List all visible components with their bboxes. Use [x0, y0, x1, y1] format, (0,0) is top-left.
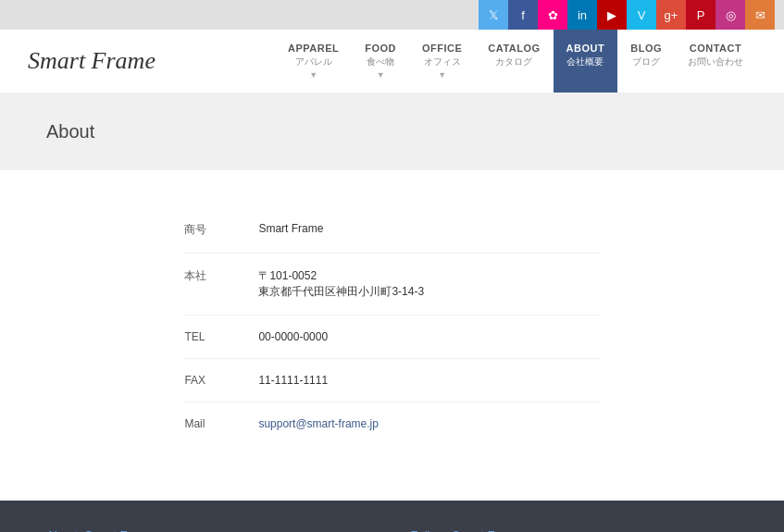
nav-item-food[interactable]: FOOD食べ物▼ [352, 30, 409, 93]
info-row-2: TEL00-0000-0000 [184, 315, 599, 359]
nav-label-contact: CONTACT [690, 43, 741, 54]
nav-caret-office: ▼ [438, 70, 446, 80]
nav-caret-apparel: ▼ [309, 70, 317, 80]
info-row-3: FAX11-1111-1111 [184, 359, 599, 402]
instagram-social-icon[interactable]: ◎ [716, 0, 745, 30]
info-value-4: support@smart-frame.jp [258, 417, 379, 430]
googleplus-social-icon[interactable]: g+ [656, 0, 686, 30]
info-label-4: Mail [184, 417, 258, 430]
facebook-social-icon[interactable]: f [508, 0, 538, 30]
nav-sub-about: 会社概要 [566, 56, 604, 68]
nav-sub-apparel: アパレル [295, 56, 332, 68]
info-row-1: 本社〒101-0052東京都千代田区神田小川町3-14-3 [184, 254, 599, 315]
nav-sub-food: 食べ物 [367, 56, 394, 68]
footer-left: About Smart Frame 📍 〒101-0052 東京都千代田区神田小… [46, 528, 374, 532]
footer-about-brand[interactable]: Smart Frame [84, 528, 155, 532]
pinterest-social-icon[interactable]: P [686, 0, 716, 30]
main-content: 商号Smart Frame本社〒101-0052東京都千代田区神田小川町3-14… [0, 170, 784, 501]
flickr-social-icon[interactable]: ✿ [538, 0, 567, 30]
info-row-4: Mailsupport@smart-frame.jp [184, 402, 599, 445]
footer-top: About Smart Frame 📍 〒101-0052 東京都千代田区神田小… [46, 528, 738, 532]
nav-item-contact[interactable]: CONTACTお問い合わせ [675, 30, 756, 93]
info-value-1: 〒101-0052東京都千代田区神田小川町3-14-3 [258, 268, 424, 300]
vimeo-social-icon[interactable]: V [627, 0, 656, 30]
twitter-social-icon[interactable]: 𝕏 [479, 0, 508, 30]
nav-sub-blog: ブログ [632, 56, 660, 68]
footer-about-label: About [46, 528, 78, 532]
nav-label-food: FOOD [365, 43, 396, 54]
footer-follow-title: Follow Smart Frame [411, 528, 739, 532]
info-label-3: FAX [184, 374, 258, 387]
footer-about-title: About Smart Frame [46, 528, 374, 532]
info-row-0: 商号Smart Frame [184, 207, 599, 254]
youtube-social-icon[interactable]: ▶ [597, 0, 627, 30]
nav-label-apparel: APPAREL [288, 43, 339, 54]
header: Smart Frame APPARELアパレル▼FOOD食べ物▼OFFICEオフ… [0, 30, 784, 93]
footer-follow-brand[interactable]: Smart Frame [452, 528, 522, 532]
nav-sub-catalog: カタログ [495, 56, 532, 68]
info-value-2: 00-0000-0000 [258, 330, 328, 343]
nav-caret-food: ▼ [377, 70, 385, 80]
nav-sub-office: オフィス [424, 56, 461, 68]
nav-label-about: ABOUT [566, 43, 605, 54]
footer: About Smart Frame 📍 〒101-0052 東京都千代田区神田小… [0, 501, 784, 532]
footer-follow-label: Follow [411, 528, 446, 532]
company-info-table: 商号Smart Frame本社〒101-0052東京都千代田区神田小川町3-14… [184, 207, 599, 445]
nav-item-about[interactable]: ABOUT会社概要 [554, 30, 618, 93]
info-label-1: 本社 [184, 268, 258, 300]
nav-item-blog[interactable]: BLOGブログ [617, 30, 675, 93]
linkedin-social-icon[interactable]: in [567, 0, 597, 30]
nav-item-office[interactable]: OFFICEオフィス▼ [409, 30, 475, 93]
social-bar: 𝕏f✿in▶Vg+P◎✉ [0, 0, 784, 30]
nav: APPARELアパレル▼FOOD食べ物▼OFFICEオフィス▼CATALOGカタ… [231, 30, 756, 93]
info-value-0: Smart Frame [258, 222, 323, 238]
nav-label-catalog: CATALOG [488, 43, 540, 54]
nav-item-catalog[interactable]: CATALOGカタログ [475, 30, 553, 93]
nav-sub-contact: お問い合わせ [688, 56, 743, 68]
about-breadcrumb: About [0, 93, 784, 170]
nav-item-apparel[interactable]: APPARELアパレル▼ [275, 30, 352, 93]
email-social-icon[interactable]: ✉ [745, 0, 775, 30]
nav-label-blog: BLOG [630, 43, 662, 54]
footer-right: Follow Smart Frame 𝕏f✿in▶Vg+◎P✉ [411, 528, 739, 532]
about-title: About [46, 121, 94, 142]
info-label-0: 商号 [184, 222, 258, 238]
info-value-3: 11-1111-1111 [258, 374, 328, 387]
nav-label-office: OFFICE [422, 43, 462, 54]
mail-link[interactable]: support@smart-frame.jp [258, 417, 379, 430]
logo[interactable]: Smart Frame [28, 47, 231, 75]
info-label-2: TEL [184, 330, 258, 343]
